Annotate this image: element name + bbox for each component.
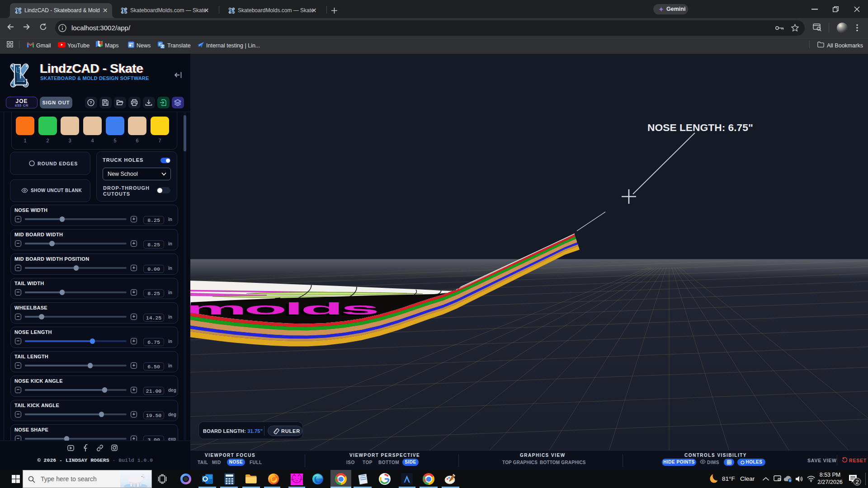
svg-text:NOSE LENGTH: 6.75": NOSE LENGTH: 6.75": [647, 122, 753, 133]
svg-text:文: 文: [160, 44, 165, 48]
svg-text:2: 2: [855, 479, 859, 485]
svg-text:?: ?: [90, 100, 92, 105]
svg-text:molds: molds: [190, 299, 377, 318]
svg-text:i: i: [790, 479, 791, 482]
